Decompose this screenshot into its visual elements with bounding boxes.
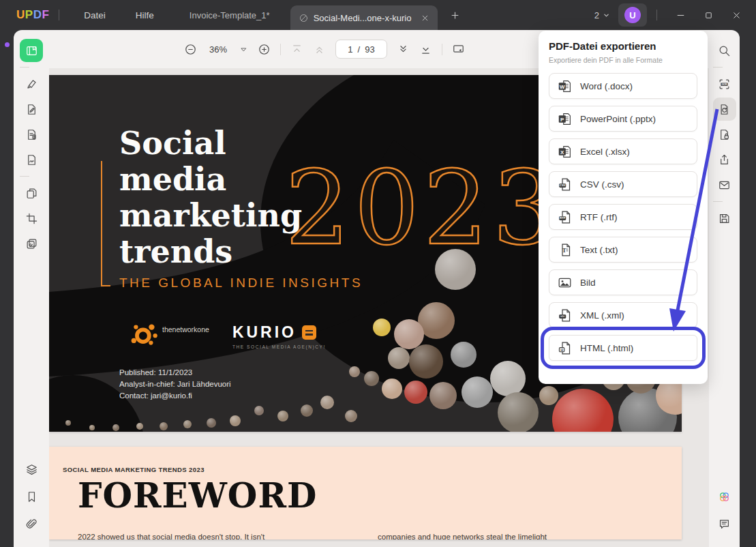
next-page-button[interactable] bbox=[397, 43, 410, 56]
close-button[interactable] bbox=[723, 10, 751, 20]
save-icon[interactable] bbox=[713, 207, 736, 230]
svg-text:RTF: RTF bbox=[560, 216, 566, 220]
rail-divider bbox=[20, 67, 29, 68]
cloud-disabled-icon bbox=[299, 13, 314, 23]
bookmark-icon[interactable] bbox=[20, 485, 43, 508]
svg-text:OCR: OCR bbox=[722, 83, 727, 86]
reader-icon[interactable] bbox=[20, 39, 43, 62]
new-tab-button[interactable] bbox=[450, 10, 460, 20]
export-option-powerpoint[interactable]: PPowerPoint (.pptx) bbox=[549, 106, 697, 132]
mail-icon[interactable] bbox=[713, 173, 736, 196]
account-button[interactable]: U bbox=[618, 3, 647, 27]
svg-text:X: X bbox=[560, 149, 564, 155]
cover-title: Social media marketing trends bbox=[119, 125, 302, 270]
html-file-icon: H bbox=[558, 341, 572, 355]
left-rail bbox=[14, 30, 49, 547]
search-icon[interactable] bbox=[713, 39, 736, 62]
export-panel-subtitle: Exportiere dein PDF in alle Formate bbox=[549, 56, 697, 64]
titlebar-separator bbox=[59, 10, 59, 20]
export-option-label: Excel (.xlsx) bbox=[580, 147, 630, 157]
minimize-button[interactable] bbox=[667, 10, 695, 20]
tab-close-icon[interactable] bbox=[421, 14, 429, 23]
share-icon[interactable] bbox=[713, 148, 736, 171]
organize-pages-icon[interactable] bbox=[20, 181, 43, 205]
face-photo bbox=[409, 344, 443, 379]
presence-dot bbox=[5, 42, 10, 47]
zoom-dropdown-caret-icon[interactable] bbox=[239, 45, 248, 54]
excel-file-icon: X bbox=[558, 145, 572, 159]
tab-invoice-template[interactable]: Invoice-Template_1* bbox=[169, 10, 290, 20]
face-photo bbox=[65, 420, 71, 426]
text-file-icon: T bbox=[558, 243, 572, 257]
face-photo bbox=[429, 382, 457, 409]
comment-icon[interactable] bbox=[713, 512, 736, 535]
previous-page-button[interactable] bbox=[313, 43, 326, 56]
cover-subtitle: THE GLOBAL INDIE INSIGHTS bbox=[119, 276, 363, 291]
menu-datei[interactable]: Datei bbox=[69, 10, 121, 20]
export-option-excel[interactable]: XExcel (.xlsx) bbox=[549, 138, 697, 164]
svg-text:H: H bbox=[560, 347, 563, 351]
ai-assistant-icon[interactable] bbox=[713, 485, 736, 508]
menu-hilfe[interactable]: Hilfe bbox=[121, 10, 169, 20]
export-option-rtf[interactable]: RTFRTF (.rtf) bbox=[549, 204, 697, 230]
export-option-label: Bild bbox=[580, 278, 596, 288]
cover-logos: thenetworkone KURIO THE SOCIAL MEDIA AGE… bbox=[130, 319, 326, 349]
export-option-label: XML (.xml) bbox=[580, 310, 624, 321]
titlebar-separator bbox=[656, 10, 657, 20]
ocr-icon[interactable]: OCR bbox=[713, 72, 736, 95]
edit-page-icon[interactable] bbox=[20, 98, 43, 121]
face-photo bbox=[552, 389, 614, 432]
rail-divider bbox=[20, 176, 29, 177]
face-photo bbox=[183, 420, 192, 428]
svg-text:W: W bbox=[560, 83, 565, 89]
avatar: U bbox=[624, 7, 641, 23]
svg-text:T: T bbox=[562, 247, 566, 254]
export-option-xml[interactable]: </>XML (.xml) bbox=[549, 302, 697, 328]
cover-meta: Published: 11/1/2023 Analyst-in-chief: J… bbox=[119, 367, 231, 402]
right-rail-top: OCR bbox=[713, 37, 736, 232]
image-file-icon bbox=[558, 276, 572, 290]
export-option-label: RTF (.rtf) bbox=[580, 212, 618, 222]
crop-pages-icon[interactable] bbox=[20, 207, 43, 230]
stamp-pages-icon[interactable] bbox=[20, 232, 43, 255]
cover-year: 2023 bbox=[285, 149, 562, 267]
powerpoint-file-icon: P bbox=[558, 112, 572, 126]
export-option-html[interactable]: HHTML (.html) bbox=[549, 335, 697, 361]
zoom-out-button[interactable] bbox=[184, 43, 197, 56]
scroll-to-top-button[interactable] bbox=[290, 43, 303, 56]
face-photo bbox=[320, 396, 334, 409]
face-photo bbox=[345, 410, 357, 422]
page-number-input[interactable]: 1 / 93 bbox=[335, 40, 387, 59]
thenetworkone-logo: thenetworkone bbox=[130, 319, 209, 348]
svg-text:CSV: CSV bbox=[560, 183, 566, 187]
highlighter-icon[interactable] bbox=[20, 72, 43, 95]
word-file-icon: W bbox=[558, 79, 572, 93]
tab-social-media-active[interactable]: Social-Medi...one-x-kurio bbox=[290, 5, 438, 30]
toolbar-separator bbox=[442, 44, 442, 55]
scroll-to-bottom-button[interactable] bbox=[419, 43, 432, 56]
face-photo bbox=[160, 422, 168, 430]
face-photo bbox=[498, 392, 539, 432]
export-option-word[interactable]: WWord (.docx) bbox=[549, 73, 697, 99]
sign-page-icon[interactable] bbox=[20, 148, 43, 171]
form-page-icon[interactable] bbox=[20, 123, 43, 146]
export-option-text[interactable]: TText (.txt) bbox=[549, 237, 697, 263]
paperclip-icon[interactable] bbox=[20, 512, 43, 535]
maximize-button[interactable] bbox=[695, 10, 723, 20]
export-icon[interactable] bbox=[713, 98, 736, 121]
export-option-label: PowerPoint (.pptx) bbox=[580, 114, 656, 124]
page2-title: FOREWORD bbox=[78, 475, 317, 516]
export-option-label: CSV (.csv) bbox=[580, 179, 624, 190]
zoom-in-button[interactable] bbox=[258, 43, 271, 56]
face-photo bbox=[230, 415, 241, 426]
face-photo bbox=[382, 379, 402, 399]
protect-icon[interactable] bbox=[713, 123, 736, 146]
layers-icon[interactable] bbox=[20, 458, 43, 481]
document-count-dropdown[interactable]: 2 bbox=[594, 10, 610, 20]
presentation-mode-button[interactable] bbox=[452, 43, 465, 56]
export-option-csv[interactable]: CSVCSV (.csv) bbox=[549, 171, 697, 197]
titlebar: UPDF Datei Hilfe Invoice-Template_1* Soc… bbox=[0, 0, 756, 30]
export-option-image[interactable]: Bild bbox=[549, 269, 697, 295]
face-photo bbox=[388, 347, 410, 369]
kurio-badge-icon bbox=[302, 325, 316, 340]
